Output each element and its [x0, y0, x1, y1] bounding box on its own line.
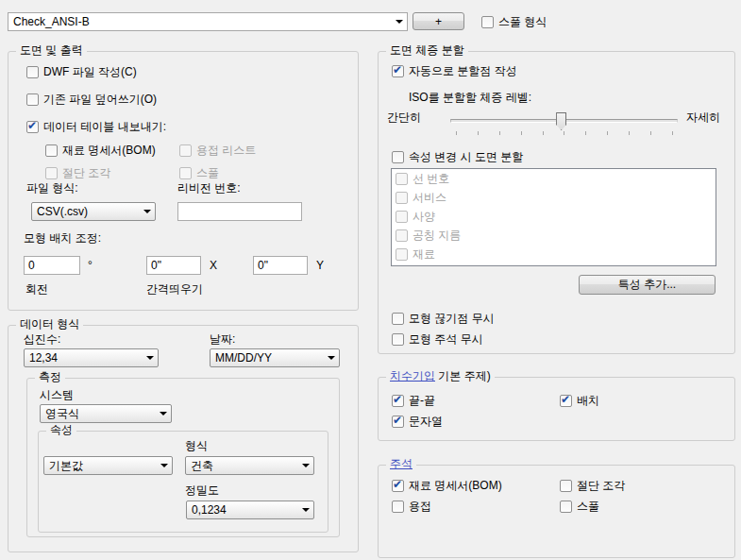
- annotation-bom-row: 재료 명세서(BOM): [392, 479, 502, 493]
- weld-list-checkbox[interactable]: [179, 144, 192, 157]
- slider-min-label: 간단히: [387, 110, 421, 125]
- annotation-cut-pieces-row: 절단 조각: [560, 479, 625, 493]
- annotation-spool-label: 스풀: [577, 500, 599, 514]
- split-properties-listbox[interactable]: 선 번호 서비스 사양 공칭 지름 재료: [391, 168, 716, 266]
- chevron-down-icon[interactable]: [143, 356, 158, 360]
- cut-pieces-export-row: 절단 조각: [45, 166, 110, 180]
- rotation-input[interactable]: [24, 256, 80, 275]
- decimal-label: 십진수:: [24, 332, 60, 347]
- dimensions-group: 치수기입 기본 주제): [378, 377, 735, 441]
- layout-row: 배치: [560, 394, 599, 408]
- annotation-weld-label: 용접: [409, 500, 431, 514]
- offset-label: 간격띄우기: [146, 282, 203, 297]
- dwf-row: DWF 파일 작성(C): [26, 65, 137, 79]
- iso-style-settings-panel: Check_ANSI-B + 스풀 형식 도면 및 출력 DWF 파일 작성(C…: [0, 0, 741, 560]
- add-property-button[interactable]: 특성 추가...: [579, 275, 716, 295]
- overwrite-checkbox[interactable]: [26, 93, 39, 106]
- annotation-spool-row: 스풀: [560, 500, 599, 514]
- model-adjust-label: 모형 배치 조정:: [24, 231, 101, 246]
- annotation-weld-checkbox[interactable]: [392, 501, 404, 513]
- list-item: 사양: [396, 210, 435, 224]
- spec-checkbox[interactable]: [396, 211, 408, 223]
- file-format-combobox[interactable]: CSV(.csv): [31, 202, 156, 221]
- service-label: 서비스: [413, 191, 446, 205]
- spool-export-label: 스풀: [196, 166, 219, 180]
- style-name-combobox[interactable]: Check_ANSI-B: [8, 12, 408, 31]
- offset-y-input[interactable]: [253, 256, 308, 275]
- auto-split-checkbox[interactable]: [392, 65, 404, 77]
- chevron-down-icon[interactable]: [140, 210, 155, 213]
- string-checkbox[interactable]: [392, 416, 404, 428]
- offset-x-input[interactable]: [146, 256, 201, 275]
- list-item: 공칭 지름: [396, 229, 461, 243]
- weld-list-row: 용접 리스트: [179, 144, 256, 158]
- overwrite-row: 기존 파일 덮어쓰기(O): [26, 93, 157, 107]
- layout-label: 배치: [577, 394, 599, 408]
- chevron-down-icon[interactable]: [156, 412, 171, 416]
- dwf-checkbox[interactable]: [26, 66, 39, 78]
- nominal-diameter-label: 공칭 지름: [413, 229, 461, 243]
- annotations-group-title: 주석: [386, 457, 416, 471]
- auto-split-row: 자동으로 분할점 작성: [392, 64, 517, 78]
- date-label: 날짜:: [210, 332, 235, 347]
- split-on-change-label: 속성 변경 시 도면 분할: [409, 150, 523, 164]
- end-to-end-checkbox[interactable]: [392, 395, 404, 407]
- spec-label: 사양: [413, 210, 435, 224]
- format-combobox[interactable]: 건축: [185, 456, 314, 475]
- slider-ticks: [456, 131, 673, 135]
- list-item: 재료: [396, 247, 435, 262]
- spool-format-checkbox[interactable]: [481, 16, 494, 28]
- annotation-bom-checkbox[interactable]: [392, 480, 404, 492]
- overwrite-label: 기존 파일 덮어쓰기(O): [43, 93, 157, 107]
- system-value: 영국식: [41, 406, 156, 422]
- offset-x-unit: X: [210, 259, 217, 273]
- auto-split-label: 자동으로 분할점 작성: [409, 64, 517, 78]
- system-combobox[interactable]: 영국식: [40, 404, 172, 423]
- spool-export-checkbox[interactable]: [179, 167, 192, 179]
- annotation-spool-checkbox[interactable]: [560, 501, 572, 513]
- offset-y-unit: Y: [316, 259, 324, 273]
- precision-combobox[interactable]: 0,1234: [186, 501, 314, 519]
- iso-level-label: ISO를 분할할 체증 레벨:: [409, 91, 531, 105]
- export-tables-row: 데이터 테이블 내보내기:: [26, 120, 166, 134]
- export-tables-checkbox[interactable]: [26, 121, 39, 133]
- layout-checkbox[interactable]: [560, 395, 572, 407]
- ignore-breaks-checkbox[interactable]: [392, 313, 404, 325]
- chevron-down-icon[interactable]: [298, 508, 313, 512]
- annotation-cut-pieces-checkbox[interactable]: [560, 480, 572, 492]
- file-format-label: 파일 형식:: [26, 181, 78, 195]
- attributes-group-title: 속성: [46, 423, 76, 437]
- chevron-down-icon[interactable]: [324, 356, 339, 360]
- ignore-annotations-checkbox[interactable]: [392, 333, 404, 346]
- spool-format-row: 스풀 형식: [481, 15, 547, 29]
- date-combobox[interactable]: MM/DD/YY: [210, 348, 340, 367]
- add-style-button[interactable]: +: [413, 12, 464, 30]
- dimensions-title-link[interactable]: 치수기입: [390, 369, 435, 382]
- material-label: 재료: [413, 247, 435, 262]
- material-checkbox[interactable]: [396, 248, 408, 261]
- chevron-down-icon[interactable]: [392, 20, 407, 24]
- split-on-change-checkbox[interactable]: [392, 151, 404, 163]
- bom-export-label: 재료 명세서(BOM): [62, 144, 156, 158]
- nominal-diameter-checkbox[interactable]: [396, 229, 408, 242]
- add-property-button-label: 특성 추가...: [618, 277, 676, 293]
- rotation-label: 회전: [25, 282, 48, 297]
- export-tables-label: 데이터 테이블 내보내기:: [43, 120, 166, 134]
- decimal-value: 12,34: [25, 351, 143, 365]
- split-on-change-row: 속성 변경 시 도면 분할: [392, 150, 523, 164]
- default-combobox[interactable]: 기본값: [43, 456, 173, 475]
- chevron-down-icon[interactable]: [298, 464, 313, 467]
- bom-export-checkbox[interactable]: [45, 144, 58, 157]
- iso-level-slider-track[interactable]: [450, 119, 678, 123]
- line-number-checkbox[interactable]: [396, 173, 408, 185]
- annotation-cut-pieces-label: 절단 조각: [577, 479, 625, 493]
- cut-pieces-export-checkbox[interactable]: [45, 167, 58, 179]
- drawing-output-group-title: 도면 및 출력: [16, 43, 87, 58]
- chevron-down-icon[interactable]: [157, 464, 172, 467]
- precision-value: 0,1234: [187, 503, 298, 517]
- annotations-title-link[interactable]: 주석: [390, 457, 413, 470]
- system-label: 시스템: [40, 388, 74, 402]
- service-checkbox[interactable]: [396, 192, 408, 204]
- revision-input[interactable]: [177, 202, 302, 221]
- decimal-combobox[interactable]: 12,34: [24, 348, 159, 367]
